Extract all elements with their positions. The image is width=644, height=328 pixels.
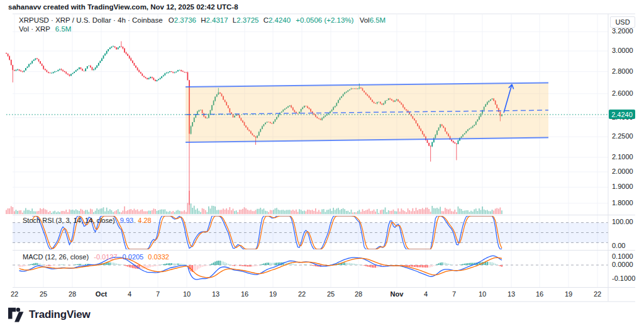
time-tick: 22 [298,290,306,298]
price-tick: 2.6000 [612,89,633,97]
time-tick: 7 [452,290,456,298]
price-tick: 2.8000 [612,67,633,75]
header-vol-value: 6.5M [370,16,386,24]
macd-axis-tick: 0.0000 [612,261,633,268]
macd-hist-value: -0.0127 [94,253,117,261]
ohlc-low-value: 2.3725 [236,16,258,24]
current-price-badge: 2.4240 [609,110,635,119]
price-tick: 2.1000 [612,153,633,161]
time-tick: 16 [241,290,248,298]
price-tick: 3.0000 [612,47,633,54]
time-tick: 16 [536,290,543,298]
time-tick: 4 [128,290,131,298]
ohlc-close-value: 2.4240 [269,16,291,24]
chart-canvas[interactable] [0,0,644,328]
tradingview-logo-text: TradingView [29,308,91,321]
stoch-axis-tick: 100.00 [612,218,633,225]
stoch-k-value: 9.93 [120,217,133,224]
macd-axis-tick: 0.1000 [612,252,633,260]
volume-legend-title[interactable]: Vol · XRP [19,25,50,33]
time-tick: 19 [565,290,572,298]
time-tick: 28 [69,290,76,298]
time-tick: 13 [508,290,515,298]
tradingview-snapshot: sahanavv created with TradingView.com, N… [0,0,644,328]
time-tick: 25 [327,290,335,298]
price-tick: 1.9000 [612,183,633,190]
tradingview-logo-icon [8,307,25,322]
symbol-title[interactable]: XRPUSD · XRP / U.S. Dollar · 4h · Coinba… [19,16,163,24]
macd-legend: MACD (12, 26, close) -0.0127 0.0205 0.03… [23,253,169,261]
time-tick: 22 [11,290,18,298]
stoch-d-value: 4.28 [138,217,151,224]
macd-title[interactable]: MACD (12, 26, close) [23,253,89,261]
stoch-rsi-legend: Stoch RSI (3, 3, 14, 14, close) 9.93 4.2… [23,217,152,224]
price-tick: 1.8000 [612,199,633,206]
ohlc-open-label: O [169,16,174,24]
ohlc-high-value: 2.4317 [206,16,228,24]
currency-toggle-button[interactable]: USD [610,16,635,28]
time-tick: 4 [424,290,428,298]
time-tick: 28 [355,290,362,298]
time-tick: 25 [40,290,47,298]
time-tick: 13 [212,290,219,298]
time-tick: Nov [391,290,404,298]
tradingview-logo[interactable]: TradingView [8,307,91,322]
macd-axis-tick: -0.1000 [612,274,635,282]
header-vol-label: Vol [360,16,370,24]
time-tick: 7 [156,290,160,298]
price-tick: 2.0000 [612,167,633,175]
stoch-axis-tick: 0.00 [612,242,625,249]
volume-legend-value: 6.5M [55,25,72,33]
price-tick: 2.2500 [612,132,633,140]
ohlc-close-label: C [264,16,269,24]
time-tick: Oct [96,290,107,298]
price-tick: 3.2000 [612,27,633,35]
ohlc-change: +0.0506 (+2.13%) [296,16,353,24]
time-tick: 10 [479,290,486,298]
time-tick: 10 [183,290,191,298]
stoch-rsi-title[interactable]: Stoch RSI (3, 3, 14, 14, close) [23,217,115,224]
symbol-legend: XRPUSD · XRP / U.S. Dollar · 4h · Coinba… [19,16,386,24]
time-tick: 19 [269,290,277,298]
macd-signal-value: 0.0332 [148,253,169,261]
time-tick: 22 [594,290,601,298]
ohlc-open-value: 2.3736 [174,16,196,24]
volume-legend: Vol · XRP 6.5M [19,25,71,33]
macd-line-value: 0.0205 [123,253,144,261]
